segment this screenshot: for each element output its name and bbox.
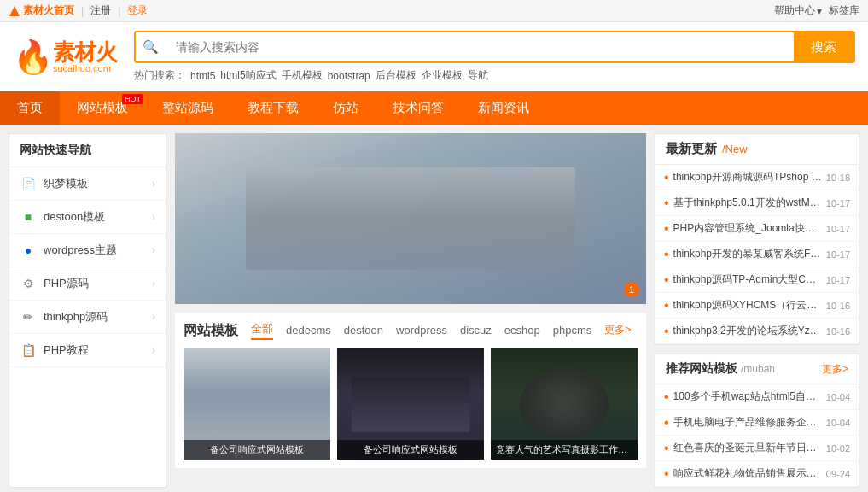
hot-badge: HOT [122, 94, 143, 104]
tab-destoon[interactable]: destoon [344, 324, 383, 338]
sidebar-item-wordpress[interactable]: ● wordpress主题 › [9, 234, 166, 267]
tab-ecshop[interactable]: ecshop [504, 324, 540, 338]
news-date-6: 10-16 [826, 326, 850, 337]
template-grid: 备公司响应式网站模板 备公司响应式网站模板 竞赛大气的艺术写真摄影工作室响应式网… [184, 348, 638, 460]
hot-item-0[interactable]: html5 [190, 70, 215, 82]
template-section: 网站模板 全部 dedecms destoon wordpress discuz… [175, 313, 646, 468]
banner-image [175, 133, 646, 304]
search-button[interactable]: 搜索 [794, 32, 853, 62]
arrow-icon-2: › [152, 244, 155, 256]
hot-item-3[interactable]: bootstrap [328, 70, 370, 82]
news-text-6[interactable]: thinkphp3.2开发的论坛系统Yznbbsig... [673, 324, 822, 338]
news-text-4[interactable]: thinkphp源码TP-Admin大型CMS站群... [673, 272, 822, 287]
logo-area: 🔥 素材火 sucaihuo.com [13, 41, 117, 73]
news-item-4: • thinkphp源码TP-Admin大型CMS站群... 10-17 [655, 267, 859, 293]
nav-item-home[interactable]: 首页 [0, 91, 60, 125]
nav-item-templates[interactable]: 网站模板 HOT [60, 91, 145, 125]
rec-item-0: • 100多个手机wap站点html5自适应浏览... 10-04 [655, 384, 859, 410]
center-content: 1 网站模板 全部 dedecms destoon wordpress disc… [175, 133, 646, 488]
news-text-0[interactable]: thinkphp开源商城源码TPshop V1.3.1... [673, 170, 822, 184]
nav-item-news[interactable]: 新闻资讯 [461, 91, 546, 125]
hot-item-2[interactable]: 手机模板 [282, 68, 323, 83]
hot-item-6[interactable]: 导航 [468, 68, 488, 83]
recommend-box: 推荐网站模板 /muban 更多> • 100多个手机wap站点html5自适应… [655, 354, 859, 488]
rec-text-3[interactable]: 响应式鲜花礼物饰品销售展示织梦模板 [673, 466, 822, 481]
tab-phpcms[interactable]: phpcms [553, 324, 592, 338]
template-card-label-0: 备公司响应式网站模板 [184, 440, 330, 460]
left-sidebar: 网站快速导航 📄 织梦模板 › ■ destoon模板 › ● wordpres… [9, 133, 166, 488]
template-card-1[interactable]: 备公司响应式网站模板 [337, 348, 484, 460]
rec-item-1: • 手机电脑电子产品维修服务企业网站模板 10-04 [655, 410, 859, 436]
rec-bullet-1: • [664, 416, 669, 430]
news-text-1[interactable]: 基于thinkphp5.0.1开发的wstMall V1.7... [673, 196, 822, 210]
rec-item-2: • 红色喜庆的圣诞元旦新年节日专题网页... 10-02 [655, 436, 859, 461]
hot-item-5[interactable]: 企业模板 [422, 68, 463, 83]
template-card-label-2: 竞赛大气的艺术写真摄影工作室响应式网站 [491, 440, 638, 460]
rec-item-3: • 响应式鲜花礼物饰品销售展示织梦模板 09-24 [655, 461, 859, 487]
news-text-2[interactable]: PHP内容管理系统_Joomla快速建站指南... [673, 221, 822, 236]
logo-text-block: 素材火 sucaihuo.com [53, 41, 117, 73]
destoon-icon: ■ [20, 208, 37, 226]
sidebar-item-destoon[interactable]: ■ destoon模板 › [9, 201, 166, 234]
sidebar-item-php[interactable]: ⚙ PHP源码 › [9, 267, 166, 301]
rec-date-3: 09-24 [826, 469, 850, 479]
tab-discuz[interactable]: discuz [460, 324, 492, 338]
rec-bullet-3: • [664, 467, 669, 481]
arrow-icon-4: › [152, 311, 155, 323]
banner-area[interactable]: 1 [175, 133, 646, 304]
hot-search: 热门搜索： html5 html5响应式 手机模板 bootstrap 后台模板… [134, 68, 855, 83]
news-text-5[interactable]: thinkphp源码XYHCMS（行云海CMS）... [673, 298, 822, 313]
news-date-0: 10-18 [826, 173, 850, 183]
login-link[interactable]: 登录 [127, 3, 148, 18]
rec-text-2[interactable]: 红色喜庆的圣诞元旦新年节日专题网页... [673, 441, 822, 455]
sidebar-label-2: wordpress主题 [44, 243, 152, 258]
template-card-label-1: 备公司响应式网站模板 [337, 440, 484, 460]
news-item-1: • 基于thinkphp5.0.1开发的wstMall V1.7... 10-1… [655, 190, 859, 216]
tags-link[interactable]: 标签库 [829, 3, 859, 18]
arrow-icon-1: › [152, 211, 155, 223]
recommend-more[interactable]: 更多> [822, 362, 848, 377]
register-link[interactable]: 注册 [90, 3, 111, 18]
section-header: 网站模板 全部 dedecms destoon wordpress discuz… [184, 321, 638, 340]
header: 🔥 素材火 sucaihuo.com 🔍 搜索 热门搜索： html5 html… [0, 22, 868, 91]
news-item-2: • PHP内容管理系统_Joomla快速建站指南... 10-17 [655, 216, 859, 242]
rec-text-0[interactable]: 100多个手机wap站点html5自适应浏览... [673, 390, 822, 404]
template-card-0[interactable]: 备公司响应式网站模板 [184, 348, 330, 460]
dreamweaver-icon: 📄 [20, 175, 37, 192]
help-center[interactable]: 帮助中心 ▾ [774, 3, 822, 18]
hot-item-1[interactable]: html5响应式 [220, 68, 276, 83]
search-input[interactable] [166, 40, 794, 54]
sidebar-item-dreamweaver[interactable]: 📄 织梦模板 › [9, 167, 166, 201]
news-date-1: 10-17 [826, 198, 850, 208]
sidebar-label-1: destoon模板 [44, 209, 152, 225]
nav-item-qa[interactable]: 技术问答 [376, 91, 461, 125]
tab-dedecms[interactable]: dedecms [286, 324, 331, 338]
tab-all[interactable]: 全部 [251, 321, 273, 340]
nav-item-tutorials[interactable]: 教程下载 [230, 91, 316, 125]
topbar-brand: 素材火首页 [9, 3, 74, 18]
nav-item-clone[interactable]: 仿站 [316, 91, 376, 125]
sidebar-item-thinkphp[interactable]: ✏ thinkphp源码 › [9, 301, 166, 334]
tab-wordpress[interactable]: wordpress [396, 324, 447, 338]
svg-marker-0 [9, 6, 20, 16]
right-sidebar: 最新更新 /New • thinkphp开源商城源码TPshop V1.3.1.… [655, 133, 859, 488]
thinkphp-icon: ✏ [20, 308, 37, 325]
sidebar-label-5: PHP教程 [44, 343, 152, 358]
news-date-2: 10-17 [826, 224, 850, 234]
recommend-subtitle: /muban [741, 363, 775, 375]
tab-more[interactable]: 更多> [604, 323, 631, 339]
hot-item-4[interactable]: 后台模板 [376, 68, 417, 83]
wordpress-icon: ● [20, 242, 37, 259]
bullet-icon-4: • [664, 273, 669, 287]
nav-item-source[interactable]: 整站源码 [145, 91, 230, 125]
sidebar-item-php-tutorial[interactable]: 📋 PHP教程 › [9, 334, 166, 367]
template-card-2[interactable]: 竞赛大气的艺术写真摄影工作室响应式网站 [491, 348, 638, 460]
main-content: 网站快速导航 📄 织梦模板 › ■ destoon模板 › ● wordpres… [0, 125, 868, 492]
bullet-icon-2: • [664, 222, 669, 236]
news-title: 最新更新 [666, 141, 717, 157]
sidebar-label-4: thinkphp源码 [44, 309, 152, 325]
rec-text-1[interactable]: 手机电脑电子产品维修服务企业网站模板 [673, 415, 822, 430]
news-text-3[interactable]: thinkphp开发的暴某威客系统FoxPHP... [673, 247, 822, 261]
divider: | [81, 5, 84, 17]
sidebar-label-0: 织梦模板 [44, 176, 152, 191]
